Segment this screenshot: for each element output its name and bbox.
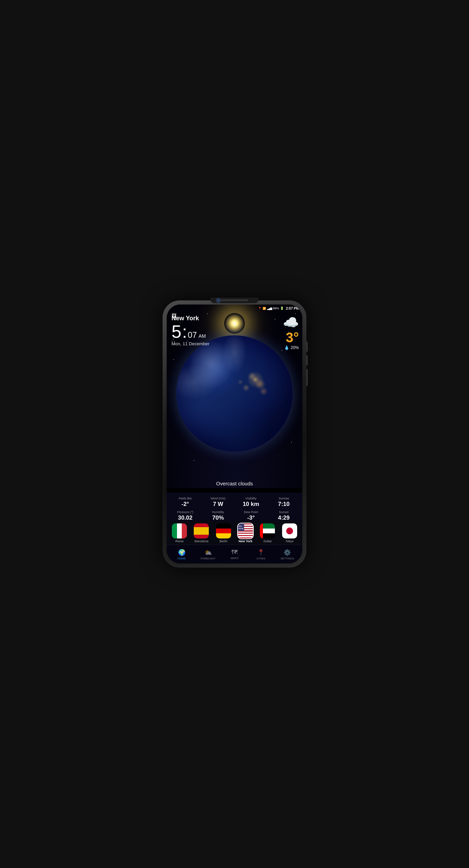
dewpoint-label: Dew Point (236, 510, 266, 514)
volume-down-button[interactable] (306, 355, 308, 365)
time-display: 5 : 07 AM (172, 323, 297, 340)
wind-value: 7 W (203, 501, 233, 508)
city-flag-rome (172, 523, 187, 538)
city-label-berlin: Berlin (219, 540, 227, 543)
city-flag-dubai (260, 523, 275, 538)
city-item-newyork[interactable]: ★★★★★ New York (238, 523, 253, 543)
power-button[interactable] (306, 369, 308, 386)
maps-label: MAPS (231, 557, 239, 560)
status-bar: 📍 📶 ▂▄▆ 89% 🔋 2:07 PM (167, 305, 302, 312)
time-colon: : (182, 323, 187, 340)
city-label-newyork: New York (239, 540, 252, 543)
time-minute: 07 (188, 330, 197, 340)
visibility-label: Visibility (236, 497, 266, 500)
city-flag-newyork: ★★★★★ (238, 523, 253, 538)
earth-globe (176, 335, 293, 452)
cities-icon: 📍 (257, 549, 265, 556)
detail-wind: Wind (m/s) 7 W (203, 497, 233, 508)
volume-up-button[interactable] (306, 342, 308, 352)
nav-item-cities[interactable]: 📍 CITIES (248, 549, 274, 560)
city-flag-barcelona (194, 523, 209, 538)
detail-pressure: Pressure (") 30.02 (170, 510, 200, 521)
humidity-label: Humidity (203, 510, 233, 514)
home-label: HOME (178, 557, 186, 560)
visibility-value: 10 km (236, 501, 266, 508)
city-flag-tokyo (282, 523, 297, 538)
sunset-value: 4:29 (269, 514, 299, 521)
japan-flag-circle (286, 528, 293, 534)
clock-text: 2:07 PM (286, 307, 299, 310)
forecast-icon: ⛅ (204, 549, 212, 556)
detail-sunrise: Sunrise 7:10 (269, 497, 299, 508)
weather-cloud-icon: ☁️ (283, 315, 299, 330)
sunrise-value: 7:10 (269, 501, 299, 508)
city-flag-berlin (216, 523, 231, 538)
sunset-label: Sunset (269, 510, 299, 514)
feels-like-label: Feels like (170, 497, 200, 500)
rain-probability: 💧 20% (283, 345, 299, 350)
city-label-dubai: Dubai (264, 540, 272, 543)
forecast-label: FORECAST (201, 557, 216, 560)
cities-label: CITIES (256, 557, 265, 560)
humidity-value: 70% (203, 514, 233, 521)
app-screen: 📍 📶 ▂▄▆ 89% 🔋 2:07 PM 🖼 (167, 305, 302, 563)
time-hour: 5 (172, 323, 181, 340)
detail-sunset: Sunset 4:29 (269, 510, 299, 521)
feels-like-value: -2° (170, 501, 200, 508)
camera-dot (217, 299, 220, 302)
signal-icon: ▂▄▆ (267, 307, 272, 310)
wifi-icon: 📶 (263, 307, 266, 310)
phone-screen: 📍 📶 ▂▄▆ 89% 🔋 2:07 PM 🖼 (167, 305, 302, 563)
weather-details-panel: Feels like -2° Wind (m/s) 7 W Visibility… (167, 493, 302, 524)
temperature-widget: ☁️ 3° 💧 20% (283, 315, 299, 350)
status-icons: 📍 📶 ▂▄▆ 89% 🔋 2:07 PM (258, 307, 299, 310)
phone-top-bar (211, 298, 258, 303)
detail-visibility: Visibility 10 km (236, 497, 266, 508)
city-item-berlin[interactable]: Berlin (216, 523, 231, 543)
phone-frame: 📍 📶 ▂▄▆ 89% 🔋 2:07 PM 🖼 (163, 300, 306, 568)
battery-icon: 🔋 (280, 307, 284, 310)
rain-percent: 20% (291, 345, 299, 350)
city-name: New York (172, 315, 297, 322)
nav-item-settings[interactable]: ⚙️ SETTINGS (274, 549, 301, 560)
pressure-label: Pressure (") (170, 510, 200, 514)
earth-rim (176, 335, 293, 452)
rain-drop-icon: 💧 (284, 345, 289, 350)
maps-icon: 🗺 (231, 549, 238, 556)
nav-item-home[interactable]: 🌍 HOME (168, 549, 195, 560)
battery-text: 89% (273, 307, 279, 310)
settings-label: SETTINGS (280, 557, 294, 560)
temperature-value: 3° (286, 330, 299, 345)
weather-overlay: New York 5 : 07 AM Mon, 11 December (167, 312, 302, 349)
nav-item-forecast[interactable]: ⛅ FORECAST (195, 549, 221, 560)
city-item-tokyo[interactable]: Tokyo (282, 523, 297, 543)
sunrise-label: Sunrise (269, 497, 299, 500)
city-item-dubai[interactable]: Dubai (260, 523, 275, 543)
city-label-barcelona: Barcelona (194, 540, 208, 543)
nav-item-maps[interactable]: 🗺 MAPS (221, 549, 248, 560)
detail-dewpoint: Dew Point -3° (236, 510, 266, 521)
date-display: Mon, 11 December (172, 341, 297, 346)
photo-icon[interactable]: 🖼 (172, 313, 176, 319)
detail-humidity: Humidity 70% (203, 510, 233, 521)
wind-label: Wind (m/s) (203, 497, 233, 500)
city-item-rome[interactable]: Rome (172, 523, 187, 543)
detail-feels-like: Feels like -2° (170, 497, 200, 508)
settings-icon: ⚙️ (283, 549, 291, 556)
city-label-tokyo: Tokyo (286, 540, 294, 543)
location-icon: 📍 (258, 307, 262, 310)
city-label-rome: Rome (175, 540, 183, 543)
pressure-value: 30.02 (170, 514, 200, 521)
home-icon: 🌍 (178, 549, 186, 556)
bottom-navigation: 🌍 HOME ⛅ FORECAST 🗺 MAPS 📍 CITIES (167, 545, 302, 563)
dewpoint-value: -3° (236, 514, 266, 521)
time-ampm: AM (199, 333, 206, 339)
city-item-barcelona[interactable]: Barcelona (194, 523, 209, 543)
weather-condition: Overcast clouds (167, 481, 302, 486)
speaker-bar (221, 299, 248, 301)
city-shortcuts-bar: Rome Barcelona Berlin ★★★★★ (167, 521, 302, 545)
